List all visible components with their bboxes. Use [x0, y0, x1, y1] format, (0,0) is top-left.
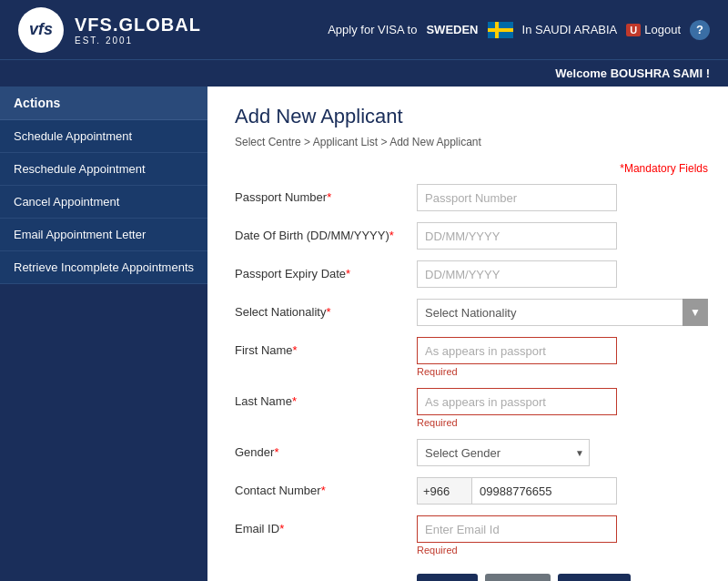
- country-code-input[interactable]: [417, 477, 471, 505]
- email-error: Required: [417, 545, 708, 556]
- sweden-flag-icon: [488, 22, 513, 38]
- sidebar-item-reschedule[interactable]: Reschedule Appointment: [0, 153, 207, 186]
- dob-row: Date Of Birth (DD/MM/YYYY)*: [235, 222, 708, 250]
- logo-title: VFS.GLOBAL: [75, 15, 201, 36]
- phone-input[interactable]: [471, 477, 617, 505]
- email-row: Email ID* Required: [235, 515, 708, 556]
- country-name: SWEDEN: [426, 23, 478, 36]
- help-button[interactable]: ?: [690, 20, 710, 40]
- button-row: Back Reset Submit: [235, 574, 708, 581]
- passport-row: Passport Number*: [235, 184, 708, 211]
- page-title: Add New Applicant: [235, 105, 708, 128]
- nationality-label: Select Nationality*: [235, 299, 417, 319]
- expiry-field: [417, 260, 708, 288]
- expiry-label: Passport Expiry Date*: [235, 260, 417, 280]
- passport-label: Passport Number*: [235, 184, 417, 204]
- gender-field: Select Gender Male Female: [417, 439, 708, 466]
- lastname-error: Required: [417, 417, 708, 428]
- contact-row: Contact Number*: [235, 477, 708, 505]
- contact-group: [417, 477, 708, 505]
- nationality-field: Select Nationality ▼: [417, 299, 708, 326]
- dob-field: [417, 222, 708, 250]
- sidebar-item-cancel[interactable]: Cancel Appointment: [0, 186, 207, 219]
- gender-label: Gender*: [235, 439, 417, 459]
- sidebar-item-schedule[interactable]: Schedule Appointment: [0, 120, 207, 153]
- gender-select[interactable]: Select Gender Male Female: [417, 439, 590, 466]
- logo-text: VFS.GLOBAL EST. 2001: [75, 15, 201, 46]
- vfs-logo: vfs: [18, 7, 64, 53]
- lastname-input[interactable]: [417, 388, 617, 415]
- firstname-row: First Name* Required: [235, 337, 708, 377]
- logout-icon: U: [626, 24, 641, 36]
- passport-field: [417, 184, 708, 211]
- breadcrumb-part3: Add New Applicant: [389, 136, 481, 148]
- sidebar-item-email[interactable]: Email Appointment Letter: [0, 219, 207, 251]
- region-text: In SAUDI ARABIA: [522, 23, 618, 36]
- nationality-row: Select Nationality* Select Nationality ▼: [235, 299, 708, 326]
- logout-button[interactable]: U Logout: [626, 23, 681, 36]
- nationality-select[interactable]: Select Nationality: [417, 299, 708, 326]
- sidebar-title: Actions: [0, 87, 207, 120]
- expiry-row: Passport Expiry Date*: [235, 260, 708, 288]
- firstname-input[interactable]: [417, 337, 617, 364]
- dob-label: Date Of Birth (DD/MM/YYYY)*: [235, 222, 417, 242]
- lastname-label: Last Name*: [235, 388, 417, 408]
- firstname-label: First Name*: [235, 337, 417, 357]
- sub-header: Welcome BOUSHRA SAMI !: [0, 59, 728, 87]
- content-area: Add New Applicant Select Centre > Applic…: [207, 87, 728, 581]
- mandatory-note: *Mandatory Fields: [235, 162, 708, 175]
- gender-row: Gender* Select Gender Male Female: [235, 439, 708, 466]
- submit-button[interactable]: Submit: [558, 574, 631, 581]
- firstname-error: Required: [417, 366, 708, 377]
- logout-label: Logout: [644, 23, 681, 36]
- passport-input[interactable]: [417, 184, 617, 211]
- firstname-field: Required: [417, 337, 708, 377]
- sidebar: Actions Schedule Appointment Reschedule …: [0, 87, 207, 581]
- welcome-text: Welcome BOUSHRA SAMI !: [555, 66, 710, 80]
- dob-input[interactable]: [417, 222, 617, 250]
- breadcrumb-sep1: >: [304, 136, 313, 148]
- logo-subtitle: EST. 2001: [75, 36, 201, 46]
- email-field: Required: [417, 515, 708, 556]
- back-button[interactable]: Back: [417, 574, 478, 581]
- logo-area: vfs VFS.GLOBAL EST. 2001: [18, 7, 201, 53]
- header-right: Apply for VISA to SWEDEN In SAUDI ARABIA…: [328, 20, 710, 40]
- apply-text: Apply for VISA to: [328, 23, 417, 36]
- expiry-input[interactable]: [417, 260, 617, 288]
- lastname-row: Last Name* Required: [235, 388, 708, 428]
- contact-label: Contact Number*: [235, 477, 417, 497]
- lastname-field: Required: [417, 388, 708, 428]
- breadcrumb: Select Centre > Applicant List > Add New…: [235, 136, 708, 148]
- breadcrumb-part2: Applicant List: [313, 136, 378, 148]
- reset-button[interactable]: Reset: [485, 574, 550, 581]
- main-container: Actions Schedule Appointment Reschedule …: [0, 87, 728, 581]
- email-label: Email ID*: [235, 515, 417, 535]
- contact-field: [417, 477, 708, 505]
- header: vfs VFS.GLOBAL EST. 2001 Apply for VISA …: [0, 0, 728, 59]
- sidebar-item-retrieve[interactable]: Retrieve Incomplete Appointments: [0, 251, 207, 284]
- breadcrumb-sep2: >: [380, 136, 389, 148]
- breadcrumb-part1: Select Centre: [235, 136, 301, 148]
- email-input[interactable]: [417, 515, 617, 543]
